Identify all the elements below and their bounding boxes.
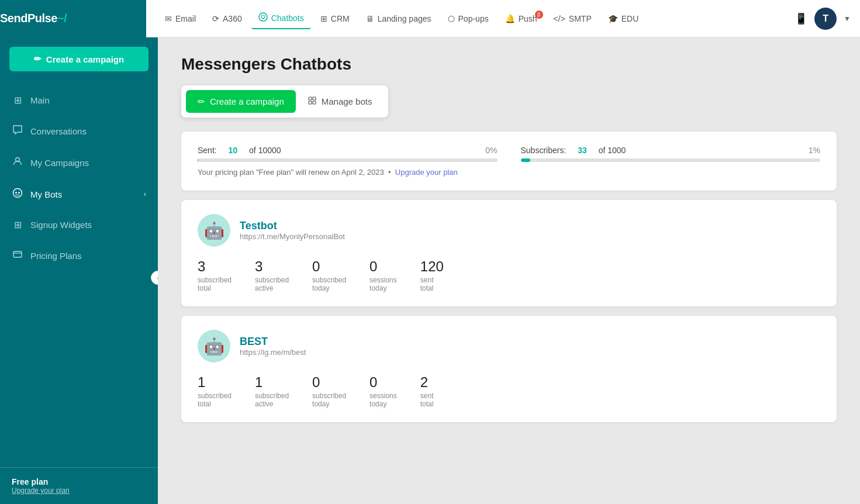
nav-label-popups: Pop-ups — [458, 14, 489, 23]
stat-value-best-subscribed-today: 0 — [312, 374, 346, 391]
svg-rect-5 — [13, 251, 22, 257]
bot-stat-subscribed-active: 3 subscribedactive — [255, 258, 289, 292]
logo: SendPulse~/ — [0, 0, 146, 37]
sent-of: of 10000 — [249, 146, 281, 155]
sidebar-item-pricing[interactable]: Pricing Plans — [0, 240, 158, 271]
nav-right: 📱 T ▼ — [795, 8, 860, 30]
widgets-icon: ⊞ — [12, 219, 23, 230]
sidebar-nav: ⊞ Main Conversations My Campaigns My Bo — [0, 81, 158, 467]
campaigns-icon — [12, 156, 23, 169]
sidebar-item-main[interactable]: ⊞ Main — [0, 85, 158, 115]
svg-rect-7 — [313, 97, 316, 100]
edit-icon: ✏ — [198, 96, 205, 107]
top-nav-items: ✉ Email ⟳ A360 Chatbots ⊞ CRM 🖥 Landing … — [146, 8, 795, 29]
nav-item-a360[interactable]: ⟳ A360 — [205, 9, 249, 28]
nav-item-popups[interactable]: ⬡ Pop-ups — [441, 9, 496, 28]
landing-icon: 🖥 — [366, 14, 374, 23]
nav-item-landing[interactable]: 🖥 Landing pages — [359, 9, 438, 28]
push-icon: 🔔 — [505, 14, 515, 23]
sidebar-label-main: Main — [30, 95, 50, 105]
sidebar-item-bots[interactable]: My Bots ‹ — [0, 178, 158, 210]
stat-label-subscribed-total: subscribedtotal — [198, 276, 232, 292]
stat-label-best-sessions-today: sessionstoday — [369, 392, 397, 408]
bot-stat-best-sent-total: 2 senttotal — [420, 374, 434, 408]
tab-create-campaign[interactable]: ✏ Create a campaign — [186, 90, 296, 113]
bot-avatar-testbot: 🤖 — [198, 214, 230, 247]
bot-stat-sent-total: 120 senttotal — [420, 258, 444, 292]
a360-icon: ⟳ — [212, 14, 219, 23]
svg-rect-9 — [313, 101, 316, 104]
pricing-icon — [12, 249, 23, 262]
main-content: Messengers Chatbots ✏ Create a campaign … — [158, 37, 860, 504]
stat-label-best-subscribed-today: subscribedtoday — [312, 392, 346, 408]
stat-label-best-subscribed-active: subscribedactive — [255, 392, 289, 408]
bot-card-best: 🤖 BEST https://ig.me/m/best 1 subscribed… — [181, 316, 837, 422]
nav-item-edu[interactable]: 🎓 EDU — [601, 9, 646, 28]
sent-stat: Sent: 10 of 10000 — [198, 146, 281, 155]
logo-text: SendPulse~/ — [0, 12, 67, 25]
stat-label-best-sent-total: senttotal — [420, 392, 434, 408]
stat-value-sessions-today: 0 — [369, 258, 397, 275]
plan-label: Free plan — [12, 477, 146, 486]
sidebar-item-campaigns[interactable]: My Campaigns — [0, 147, 158, 178]
stats-card: Sent: 10 of 10000 0% Subscribers: — [181, 132, 837, 191]
sidebar-create-campaign-button[interactable]: ✏ Create a campaign — [9, 47, 148, 71]
nav-label-email: Email — [175, 14, 196, 23]
beta-badge: β — [535, 11, 543, 19]
user-avatar[interactable]: T — [814, 8, 837, 30]
upgrade-plan-link[interactable]: Upgrade your plan — [395, 168, 458, 177]
nav-item-email[interactable]: ✉ Email — [158, 9, 203, 28]
sidebar: ✏ Create a campaign ⊞ Main Conversations… — [0, 37, 158, 504]
tab-manage-bots[interactable]: Manage bots — [296, 90, 384, 113]
sidebar-upgrade-link[interactable]: Upgrade your plan — [12, 486, 146, 495]
stat-value-sent-total: 120 — [420, 258, 444, 275]
stat-label-sent-total: senttotal — [420, 276, 444, 292]
subscribers-progress-bar — [521, 158, 821, 162]
bot-name-best[interactable]: BEST — [240, 336, 306, 348]
pencil-icon: ✏ — [34, 54, 42, 64]
stat-value-best-subscribed-total: 1 — [198, 374, 232, 391]
stat-value-subscribed-total: 3 — [198, 258, 232, 275]
sidebar-label-bots: My Bots — [30, 189, 62, 199]
stat-value-best-subscribed-active: 1 — [255, 374, 289, 391]
bot-avatar-best: 🤖 — [198, 330, 230, 363]
sidebar-bottom: Free plan Upgrade your plan — [0, 467, 158, 504]
nav-item-push[interactable]: 🔔 Push β — [498, 9, 544, 28]
nav-label-crm: CRM — [331, 14, 350, 23]
stat-value-subscribed-active: 3 — [255, 258, 289, 275]
bot-stat-best-subscribed-active: 1 subscribedactive — [255, 374, 289, 408]
bot-header-testbot: 🤖 Testbot https://t.me/MyonlyPersonalBot — [198, 214, 820, 247]
stat-value-subscribed-today: 0 — [312, 258, 346, 275]
bot-stats-testbot: 3 subscribedtotal 3 subscribedactive 0 s… — [198, 258, 820, 292]
bot-stat-best-subscribed-today: 0 subscribedtoday — [312, 374, 346, 408]
sidebar-label-conversations: Conversations — [30, 126, 87, 136]
sent-percent: 0% — [485, 146, 497, 155]
tab-manage-label: Manage bots — [322, 96, 372, 106]
stat-label-sessions-today: sessionstoday — [369, 276, 397, 292]
nav-item-smtp[interactable]: </> SMTP — [547, 9, 599, 28]
user-dropdown-arrow[interactable]: ▼ — [844, 15, 851, 23]
nav-label-chatbots: Chatbots — [271, 13, 304, 23]
email-icon: ✉ — [165, 14, 172, 23]
mobile-icon[interactable]: 📱 — [795, 12, 807, 25]
bot-name-testbot[interactable]: Testbot — [240, 220, 345, 232]
nav-item-chatbots[interactable]: Chatbots — [251, 8, 311, 29]
sent-progress-fill — [198, 158, 198, 162]
crm-icon: ⊞ — [320, 14, 327, 23]
sidebar-item-widgets[interactable]: ⊞ Signup Widgets — [0, 210, 158, 240]
subscribers-of: of 1000 — [599, 146, 626, 155]
edu-icon: 🎓 — [608, 14, 618, 23]
sidebar-item-conversations[interactable]: Conversations — [0, 115, 158, 147]
bot-url-best: https://ig.me/m/best — [240, 348, 306, 357]
nav-item-crm[interactable]: ⊞ CRM — [313, 9, 357, 28]
bot-stat-subscribed-today: 0 subscribedtoday — [312, 258, 346, 292]
subscribers-progress-fill — [521, 158, 531, 162]
subscribers-percent: 1% — [809, 146, 820, 155]
tab-bar: ✏ Create a campaign Manage bots — [181, 85, 388, 118]
stat-label-best-subscribed-total: subscribedtotal — [198, 392, 232, 408]
stat-value-best-sessions-today: 0 — [369, 374, 397, 391]
subscribers-stat: Subscribers: 33 of 1000 — [521, 146, 626, 155]
svg-point-0 — [259, 13, 267, 21]
popups-icon: ⬡ — [448, 14, 455, 23]
svg-rect-8 — [309, 101, 312, 104]
